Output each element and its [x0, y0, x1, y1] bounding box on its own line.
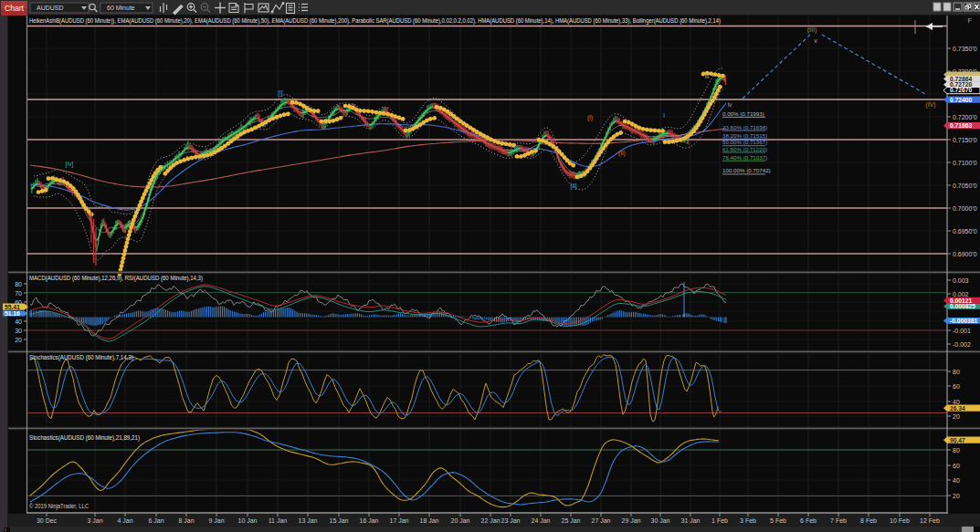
svg-text:Stochastics(AUDUSD (60 Minute): Stochastics(AUDUSD (60 Minute),21,89,21): [29, 434, 140, 442]
svg-text:60 Minute: 60 Minute: [107, 5, 135, 11]
svg-text:15 Jan: 15 Jan: [329, 517, 348, 524]
svg-text:0.000825: 0.000825: [950, 303, 975, 309]
svg-text:26.34: 26.34: [950, 405, 965, 412]
svg-text:3 Jan: 3 Jan: [87, 517, 102, 524]
svg-text:27 Jan: 27 Jan: [591, 517, 610, 524]
svg-text:0.00121: 0.00121: [950, 297, 972, 304]
svg-text:23.60% (0.71698): 23.60% (0.71698): [722, 124, 767, 130]
svg-text:40: 40: [953, 399, 960, 405]
svg-text:© 2019 NinjaTrader, LLC: © 2019 NinjaTrader, LLC: [29, 503, 89, 510]
svg-text:40: 40: [15, 318, 22, 325]
svg-text:0.6950'0: 0.6950'0: [953, 228, 977, 235]
svg-text:0.7050'0: 0.7050'0: [953, 183, 977, 189]
svg-text:0.72400: 0.72400: [950, 97, 972, 103]
svg-text:[i]: [i]: [278, 89, 283, 97]
svg-text:20 Jan: 20 Jan: [450, 517, 469, 524]
svg-text:0.00% (0.71993): 0.00% (0.71993): [722, 110, 764, 117]
svg-text:AUDUSD: AUDUSD: [37, 5, 64, 11]
svg-text:MACD(AUDUSD (60 Minute),12,26,: MACD(AUDUSD (60 Minute),12,26,9), RSI(AU…: [29, 275, 203, 282]
svg-text:17 Jan: 17 Jan: [389, 517, 408, 524]
svg-text:0.7150'0: 0.7150'0: [953, 137, 977, 143]
svg-text:20: 20: [953, 493, 960, 499]
svg-text:61.80% (0.71220): 61.80% (0.71220): [722, 146, 767, 152]
svg-text:18 Jan: 18 Jan: [419, 517, 438, 524]
svg-text:30 Jan: 30 Jan: [650, 517, 669, 524]
svg-text:8 Feb: 8 Feb: [860, 517, 877, 524]
svg-text:(IV): (IV): [925, 101, 935, 109]
svg-text:60: 60: [953, 463, 960, 469]
svg-text:(i): (i): [587, 114, 593, 121]
svg-text:Stochastics(AUDUSD (60 Minute): Stochastics(AUDUSD (60 Minute),7,14,3): [29, 354, 133, 361]
svg-text:i: i: [663, 112, 664, 119]
svg-text:0.6900'0: 0.6900'0: [953, 251, 977, 257]
svg-text:60: 60: [15, 299, 22, 306]
svg-text:-0.001: -0.001: [953, 328, 971, 334]
svg-text:80: 80: [953, 447, 960, 454]
svg-text:60: 60: [953, 383, 960, 390]
svg-text:ii: ii: [687, 139, 690, 145]
svg-text:10 Jan: 10 Jan: [237, 517, 257, 524]
svg-text:30: 30: [15, 328, 22, 334]
svg-text:8 Jan: 8 Jan: [178, 517, 194, 524]
svg-text:51.16: 51.16: [5, 310, 20, 317]
svg-text:10 Feb: 10 Feb: [890, 517, 910, 524]
svg-text:-0.002: -0.002: [953, 341, 971, 348]
svg-text:100.00% (0.70742): 100.00% (0.70742): [722, 167, 771, 173]
svg-text:[iv]: [iv]: [66, 161, 74, 168]
svg-text:24 Jan: 24 Jan: [531, 517, 550, 524]
svg-text:9 Jan: 9 Jan: [208, 517, 224, 524]
svg-text:0.003: 0.003: [953, 277, 969, 284]
svg-text:6 Jan: 6 Jan: [148, 517, 163, 524]
svg-text:F: F: [968, 16, 973, 25]
svg-text:70: 70: [15, 290, 22, 297]
svg-text:(III): (III): [807, 26, 817, 34]
svg-text:12 Feb: 12 Feb: [920, 517, 940, 524]
svg-text:0.71863: 0.71863: [950, 122, 972, 129]
svg-text:[ii]: [ii]: [571, 183, 577, 190]
svg-text:16 Jan: 16 Jan: [359, 517, 378, 524]
svg-text:40: 40: [953, 477, 960, 484]
svg-text:80: 80: [15, 281, 22, 287]
svg-text:20: 20: [15, 337, 22, 343]
svg-text:4 Jan: 4 Jan: [117, 517, 132, 524]
svg-text:76.40% (0.71037): 76.40% (0.71037): [722, 154, 767, 161]
svg-text:1 Feb: 1 Feb: [711, 517, 728, 524]
svg-text:7 Feb: 7 Feb: [830, 517, 847, 524]
svg-text:0.72670: 0.72670: [950, 87, 972, 93]
svg-text:80: 80: [953, 369, 960, 375]
svg-text:Chart: Chart: [5, 4, 24, 13]
svg-text:11 Jan: 11 Jan: [269, 517, 288, 524]
svg-text:22 Jan: 22 Jan: [480, 517, 500, 524]
svg-text:HeikenAshi8(AUDUSD (60 Minute): HeikenAshi8(AUDUSD (60 Minute)), EMA(AUD…: [29, 17, 721, 25]
svg-text:0.7200'0: 0.7200'0: [953, 114, 977, 120]
svg-text:iv: iv: [728, 101, 732, 108]
svg-text:(ii): (ii): [618, 150, 626, 157]
svg-text:20: 20: [953, 413, 960, 420]
svg-text:50.00% (0.71367): 50.00% (0.71367): [722, 139, 767, 145]
svg-text:29 Jan: 29 Jan: [621, 517, 640, 524]
svg-text:23 Jan: 23 Jan: [501, 517, 520, 524]
svg-text:iii: iii: [705, 73, 709, 79]
svg-text:6 Feb: 6 Feb: [800, 517, 817, 524]
svg-text:31 Jan: 31 Jan: [680, 517, 700, 524]
svg-text:3 Feb: 3 Feb: [740, 517, 756, 524]
svg-text:25 Jan: 25 Jan: [561, 517, 580, 524]
svg-text:13 Jan: 13 Jan: [298, 517, 317, 524]
svg-text:0.002: 0.002: [953, 291, 969, 297]
svg-text:90.47: 90.47: [950, 437, 965, 443]
svg-text:30 Dec: 30 Dec: [37, 517, 58, 524]
svg-text:0.7100'0: 0.7100'0: [953, 160, 977, 166]
svg-text:5 Feb: 5 Feb: [770, 517, 786, 524]
svg-text:38.20% (0.71515): 38.20% (0.71515): [722, 132, 767, 139]
svg-text:0.7350'0: 0.7350'0: [953, 46, 977, 52]
svg-text:-0.000381: -0.000381: [950, 318, 977, 324]
svg-text:0.7000'0: 0.7000'0: [953, 205, 977, 212]
